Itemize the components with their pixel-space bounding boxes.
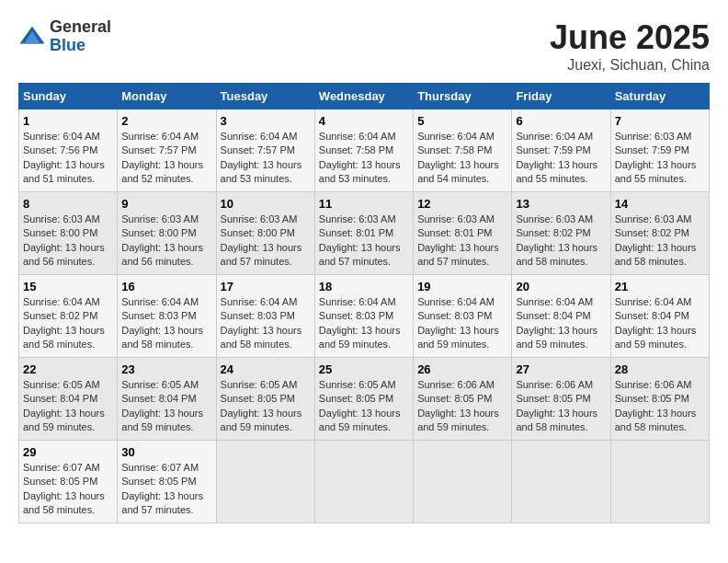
table-row <box>512 441 610 523</box>
table-row: 6Sunrise: 6:04 AMSunset: 7:59 PMDaylight… <box>512 109 610 192</box>
location: Juexi, Sichuan, China <box>550 57 710 74</box>
table-row <box>216 441 314 523</box>
header-wednesday: Wednesday <box>314 84 413 109</box>
table-row: 19Sunrise: 6:04 AMSunset: 8:03 PMDayligh… <box>414 275 512 358</box>
table-row: 24Sunrise: 6:05 AMSunset: 8:05 PMDayligh… <box>216 358 314 441</box>
logo-text: General Blue <box>50 18 111 55</box>
table-row: 3Sunrise: 6:04 AMSunset: 7:57 PMDaylight… <box>216 109 314 192</box>
table-row: 30Sunrise: 6:07 AMSunset: 8:05 PMDayligh… <box>118 441 216 523</box>
calendar-week-5: 29Sunrise: 6:07 AMSunset: 8:05 PMDayligh… <box>19 441 710 523</box>
table-row: 29Sunrise: 6:07 AMSunset: 8:05 PMDayligh… <box>19 441 118 523</box>
table-row: 9Sunrise: 6:03 AMSunset: 8:00 PMDaylight… <box>118 192 216 275</box>
table-row: 13Sunrise: 6:03 AMSunset: 8:02 PMDayligh… <box>512 192 610 275</box>
table-row: 10Sunrise: 6:03 AMSunset: 8:00 PMDayligh… <box>216 192 314 275</box>
table-row: 21Sunrise: 6:04 AMSunset: 8:04 PMDayligh… <box>610 275 709 358</box>
logo: General Blue <box>18 18 111 55</box>
table-row: 27Sunrise: 6:06 AMSunset: 8:05 PMDayligh… <box>512 358 610 441</box>
table-row <box>414 441 512 523</box>
table-row: 20Sunrise: 6:04 AMSunset: 8:04 PMDayligh… <box>512 275 610 358</box>
table-row: 23Sunrise: 6:05 AMSunset: 8:04 PMDayligh… <box>118 358 216 441</box>
header-saturday: Saturday <box>610 84 709 109</box>
header-row: Sunday Monday Tuesday Wednesday Thursday… <box>19 84 710 109</box>
header-tuesday: Tuesday <box>216 84 314 109</box>
page-header: General Blue June 2025 Juexi, Sichuan, C… <box>18 18 710 74</box>
calendar-table: Sunday Monday Tuesday Wednesday Thursday… <box>18 83 710 523</box>
calendar-week-2: 8Sunrise: 6:03 AMSunset: 8:00 PMDaylight… <box>19 192 710 275</box>
table-row: 26Sunrise: 6:06 AMSunset: 8:05 PMDayligh… <box>414 358 512 441</box>
table-row: 15Sunrise: 6:04 AMSunset: 8:02 PMDayligh… <box>19 275 118 358</box>
month-title: June 2025 <box>550 18 710 57</box>
header-sunday: Sunday <box>19 84 118 109</box>
table-row: 2Sunrise: 6:04 AMSunset: 7:57 PMDaylight… <box>118 109 216 192</box>
table-row: 22Sunrise: 6:05 AMSunset: 8:04 PMDayligh… <box>19 358 118 441</box>
table-row <box>314 441 413 523</box>
calendar-week-1: 1Sunrise: 6:04 AMSunset: 7:56 PMDaylight… <box>19 109 710 192</box>
table-row: 12Sunrise: 6:03 AMSunset: 8:01 PMDayligh… <box>414 192 512 275</box>
logo-general: General <box>50 18 111 37</box>
header-thursday: Thursday <box>414 84 512 109</box>
table-row: 18Sunrise: 6:04 AMSunset: 8:03 PMDayligh… <box>314 275 413 358</box>
header-friday: Friday <box>512 84 610 109</box>
table-row: 1Sunrise: 6:04 AMSunset: 7:56 PMDaylight… <box>19 109 118 192</box>
table-row: 14Sunrise: 6:03 AMSunset: 8:02 PMDayligh… <box>610 192 709 275</box>
table-row: 16Sunrise: 6:04 AMSunset: 8:03 PMDayligh… <box>118 275 216 358</box>
calendar-week-3: 15Sunrise: 6:04 AMSunset: 8:02 PMDayligh… <box>19 275 710 358</box>
calendar-week-4: 22Sunrise: 6:05 AMSunset: 8:04 PMDayligh… <box>19 358 710 441</box>
table-row: 5Sunrise: 6:04 AMSunset: 7:58 PMDaylight… <box>414 109 512 192</box>
table-row: 8Sunrise: 6:03 AMSunset: 8:00 PMDaylight… <box>19 192 118 275</box>
table-row: 25Sunrise: 6:05 AMSunset: 8:05 PMDayligh… <box>314 358 413 441</box>
header-monday: Monday <box>118 84 216 109</box>
title-section: June 2025 Juexi, Sichuan, China <box>550 18 710 74</box>
logo-blue: Blue <box>50 37 111 55</box>
table-row: 7Sunrise: 6:03 AMSunset: 7:59 PMDaylight… <box>610 109 709 192</box>
table-row <box>610 441 709 523</box>
table-row: 17Sunrise: 6:04 AMSunset: 8:03 PMDayligh… <box>216 275 314 358</box>
table-row: 11Sunrise: 6:03 AMSunset: 8:01 PMDayligh… <box>314 192 413 275</box>
logo-icon <box>18 23 46 51</box>
table-row: 4Sunrise: 6:04 AMSunset: 7:58 PMDaylight… <box>314 109 413 192</box>
table-row: 28Sunrise: 6:06 AMSunset: 8:05 PMDayligh… <box>610 358 709 441</box>
